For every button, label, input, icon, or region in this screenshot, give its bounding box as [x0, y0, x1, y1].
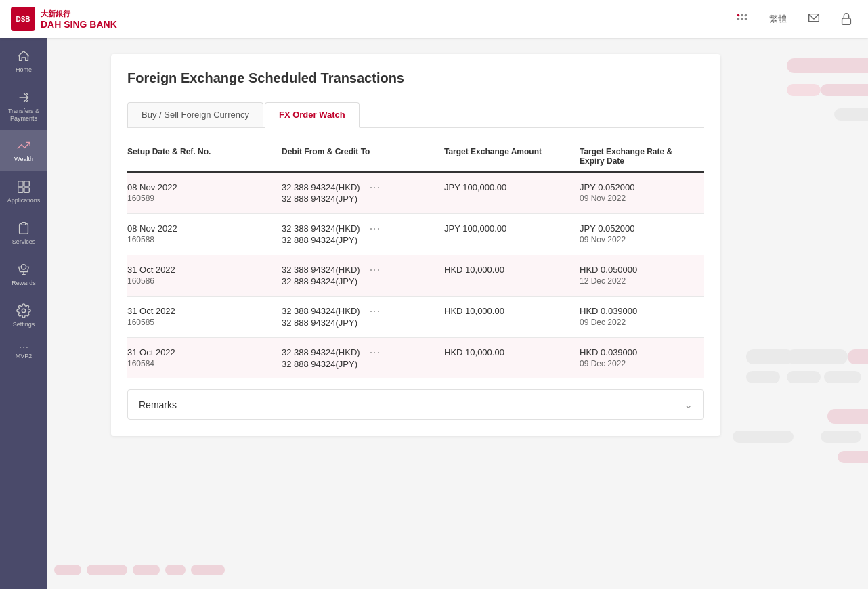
svg-point-5: [741, 18, 743, 20]
message-icon[interactable]: [803, 8, 825, 30]
row3-credit: 32 888 94324(JPY): [282, 276, 360, 286]
lang-toggle[interactable]: 繁體: [764, 10, 792, 28]
row3-date-ref: 31 Oct 2022 160586: [127, 265, 276, 286]
row2-menu[interactable]: ⋮: [366, 223, 384, 236]
remarks-section: Remarks ⌄: [127, 389, 704, 420]
apps-icon[interactable]: [731, 8, 753, 30]
row4-date-ref: 31 Oct 2022 160585: [127, 306, 276, 327]
row1-debit: 32 388 94324(HKD): [282, 182, 360, 192]
sidebar-item-home[interactable]: Home: [0, 41, 47, 82]
remarks-label: Remarks: [139, 399, 177, 410]
svg-point-4: [737, 18, 740, 20]
sidebar-item-mvp2[interactable]: - - - MVP2: [0, 336, 47, 368]
svg-rect-11: [18, 188, 23, 192]
header-actions: 繁體: [731, 8, 857, 30]
row5-date: 31 Oct 2022: [127, 347, 271, 357]
bank-logo-icon: DSB: [11, 7, 35, 31]
svg-point-2: [737, 14, 740, 17]
row1-date: 08 Nov 2022: [127, 182, 271, 192]
row4-rate-expiry: HKD 0.039000 09 Dec 2022: [574, 306, 704, 327]
sidebar-item-transfers[interactable]: Transfers &Payments: [0, 82, 47, 131]
row1-expiry: 09 Nov 2022: [580, 194, 699, 203]
row2-accounts: 32 388 94324(HKD) 32 888 94324(JPY) ⋮: [276, 223, 439, 245]
svg-rect-10: [24, 181, 29, 186]
transactions-table: Setup Date & Ref. No. Debit From & Credi…: [127, 141, 704, 378]
row2-credit: 32 888 94324(JPY): [282, 235, 360, 245]
row1-credit: 32 888 94324(JPY): [282, 194, 360, 204]
chevron-down-icon: ⌄: [684, 398, 693, 411]
row4-accounts: 32 388 94324(HKD) 32 888 94324(JPY) ⋮: [276, 306, 439, 328]
table-row: 31 Oct 2022 160586 32 388 94324(HKD) 32 …: [127, 255, 704, 297]
tab-buy-sell[interactable]: Buy / Sell Foreign Currency: [127, 102, 263, 127]
row3-ref: 160586: [127, 276, 271, 286]
table-row: 08 Nov 2022 160588 32 388 94324(HKD) 32 …: [127, 214, 704, 255]
row5-menu[interactable]: ⋮: [366, 347, 384, 359]
sidebar-item-settings[interactable]: Settings: [0, 295, 47, 336]
tab-fx-order[interactable]: FX Order Watch: [265, 102, 360, 128]
row3-accounts: 32 388 94324(HKD) 32 888 94324(JPY) ⋮: [276, 265, 439, 286]
header-target-amount: Target Exchange Amount: [439, 147, 574, 166]
sidebar-item-home-label: Home: [16, 66, 32, 74]
row2-debit: 32 388 94324(HKD): [282, 223, 360, 234]
row4-date: 31 Oct 2022: [127, 306, 271, 316]
svg-point-7: [745, 18, 747, 20]
logo-chinese: 大新銀行: [41, 9, 117, 19]
row2-ref: 160588: [127, 235, 271, 244]
tab-bar: Buy / Sell Foreign Currency FX Order Wat…: [127, 102, 704, 128]
row3-date: 31 Oct 2022: [127, 265, 271, 275]
row4-expiry: 09 Dec 2022: [580, 318, 699, 327]
svg-point-3: [741, 14, 743, 17]
sidebar-item-wealth-label: Wealth: [14, 156, 33, 163]
row1-rate: JPY 0.052000: [580, 182, 699, 192]
svg-text:DSB: DSB: [16, 16, 30, 23]
sidebar-item-services-label: Services: [12, 238, 36, 246]
main-content: Foreign Exchange Scheduled Transactions …: [95, 38, 868, 589]
row1-date-ref: 08 Nov 2022 160589: [127, 182, 276, 203]
row2-rate-expiry: JPY 0.052000 09 Nov 2022: [574, 223, 704, 244]
row3-rate-expiry: HKD 0.050000 12 Dec 2022: [574, 265, 704, 286]
row1-menu[interactable]: ⋮: [366, 182, 384, 194]
sidebar-item-rewards[interactable]: Rewards: [0, 254, 47, 295]
svg-rect-8: [842, 18, 851, 24]
row5-debit: 32 388 94324(HKD): [282, 347, 360, 357]
sidebar-item-settings-label: Settings: [13, 321, 35, 328]
row2-date: 08 Nov 2022: [127, 223, 271, 234]
svg-rect-13: [22, 223, 26, 225]
row1-amount: JPY 100,000.00: [439, 182, 574, 192]
row3-debit: 32 388 94324(HKD): [282, 265, 360, 275]
logo-english: DAH SING BANK: [41, 19, 117, 30]
sidebar-item-services[interactable]: Services: [0, 213, 47, 254]
row5-rate: HKD 0.039000: [580, 347, 699, 357]
row2-expiry: 09 Nov 2022: [580, 235, 699, 244]
row4-credit: 32 888 94324(JPY): [282, 318, 360, 328]
sidebar-item-rewards-label: Rewards: [12, 280, 36, 287]
row5-accounts: 32 388 94324(HKD) 32 888 94324(JPY) ⋮: [276, 347, 439, 369]
table-row: 31 Oct 2022 160584 32 388 94324(HKD) 32 …: [127, 338, 704, 378]
sidebar-item-applications[interactable]: Applications: [0, 171, 47, 213]
page-title: Foreign Exchange Scheduled Transactions: [127, 70, 704, 86]
row4-amount: HKD 10,000.00: [439, 306, 574, 316]
row4-menu[interactable]: ⋮: [366, 306, 384, 318]
row1-rate-expiry: JPY 0.052000 09 Nov 2022: [574, 182, 704, 203]
row3-menu[interactable]: ⋮: [366, 265, 384, 277]
table-header-row: Setup Date & Ref. No. Debit From & Credi…: [127, 141, 704, 173]
table-row: 08 Nov 2022 160589 32 388 94324(HKD) 32 …: [127, 173, 704, 214]
header-target-rate: Target Exchange Rate & Expiry Date: [574, 147, 704, 166]
row3-expiry: 12 Dec 2022: [580, 276, 699, 286]
sidebar-item-wealth[interactable]: Wealth: [0, 130, 47, 171]
row4-debit: 32 388 94324(HKD): [282, 306, 360, 316]
sidebar-item-applications-label: Applications: [7, 197, 41, 204]
remarks-toggle[interactable]: Remarks ⌄: [128, 390, 703, 419]
sidebar-item-mvp2-label: MVP2: [16, 353, 32, 360]
header-debit-credit: Debit From & Credit To: [276, 147, 439, 166]
row5-expiry: 09 Dec 2022: [580, 359, 699, 368]
row5-rate-expiry: HKD 0.039000 09 Dec 2022: [574, 347, 704, 368]
row3-amount: HKD 10,000.00: [439, 265, 574, 275]
header: DSB 大新銀行 DAH SING BANK 繁體: [0, 0, 868, 38]
logo: DSB 大新銀行 DAH SING BANK: [11, 7, 117, 31]
svg-point-14: [21, 264, 26, 269]
row1-accounts: 32 388 94324(HKD) 32 888 94324(JPY) ⋮: [276, 182, 439, 204]
lock-icon[interactable]: [836, 8, 857, 30]
svg-rect-12: [24, 188, 29, 192]
row2-amount: JPY 100,000.00: [439, 223, 574, 234]
